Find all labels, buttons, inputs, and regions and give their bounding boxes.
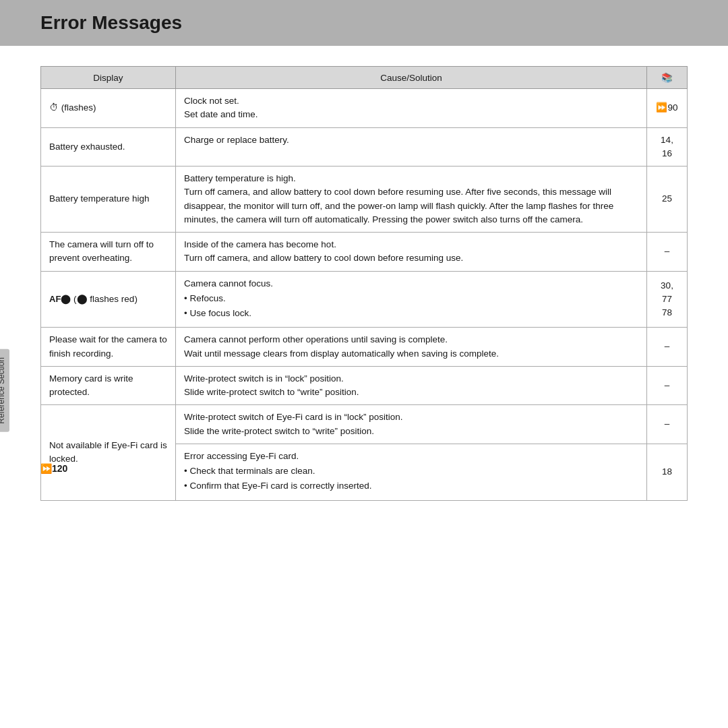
page-header: Error Messages xyxy=(0,0,728,46)
cause-solution-cell: Camera cannot perform other operations u… xyxy=(176,328,647,367)
page-footer: ⏩120 xyxy=(40,463,67,474)
cause-solution-cell: Charge or replace battery. xyxy=(176,127,647,166)
display-cell: Not available if Eye-Fi card is locked. xyxy=(41,405,176,500)
header-ref: 📚 xyxy=(647,67,688,89)
table-row: Battery exhausted. Charge or replace bat… xyxy=(41,127,688,166)
clock-flash-icon: ⏱ xyxy=(49,102,59,113)
ref-cell: 18 xyxy=(647,444,688,500)
af-symbol: AF⬤ xyxy=(49,294,71,304)
ref-symbol: ⏩90 xyxy=(656,102,677,113)
ref-cell: 25 xyxy=(647,166,688,233)
ref-cell: – xyxy=(647,405,688,444)
display-cell: Memory card is write protected. xyxy=(41,366,176,405)
bullet-list: Refocus. Use focus lock. xyxy=(184,292,638,321)
ref-cell: ⏩90 xyxy=(647,89,688,128)
list-item: Check that terminals are clean. xyxy=(184,464,638,478)
table-row: ⏱ (flashes) Clock not set.Set date and t… xyxy=(41,89,688,128)
cause-solution-cell: Error accessing Eye-Fi card. Check that … xyxy=(176,444,647,500)
display-cell: Battery exhausted. xyxy=(41,127,176,166)
page-title: Error Messages xyxy=(40,12,688,34)
ref-cell: – xyxy=(647,328,688,367)
book-icon: 📚 xyxy=(661,73,673,83)
ref-cell: – xyxy=(647,366,688,405)
bullet-list: Check that terminals are clean. Confirm … xyxy=(184,464,638,493)
cause-solution-cell: Write-protect switch is in “lock” positi… xyxy=(176,366,647,405)
error-messages-table: Display Cause/Solution 📚 ⏱ (flashes) Clo… xyxy=(40,66,688,501)
list-item: Confirm that Eye-Fi card is correctly in… xyxy=(184,479,638,493)
table-row: Memory card is write protected. Write-pr… xyxy=(41,366,688,405)
table-row: Battery temperature high Battery tempera… xyxy=(41,166,688,233)
display-cell: Please wait for the camera to finish rec… xyxy=(41,328,176,367)
ref-cell: 14, 16 xyxy=(647,127,688,166)
cause-solution-cell: Inside of the camera has become hot. Tur… xyxy=(176,233,647,272)
cause-solution-cell: Battery temperature is high. Turn off ca… xyxy=(176,166,647,233)
display-cell: Battery temperature high xyxy=(41,166,176,233)
footer-page-ref: ⏩120 xyxy=(40,463,67,474)
display-cell: The camera will turn off to prevent over… xyxy=(41,233,176,272)
cause-solution-cell: Camera cannot focus. Refocus. Use focus … xyxy=(176,271,647,328)
table-row: The camera will turn off to prevent over… xyxy=(41,233,688,272)
header-display: Display xyxy=(41,67,176,89)
cause-solution-cell: Clock not set.Set date and time. xyxy=(176,89,647,128)
table-row: AF⬤ (⬤ flashes red) Camera cannot focus.… xyxy=(41,271,688,328)
sidebar-label: Reference Section xyxy=(0,349,9,432)
display-cell: ⏱ (flashes) xyxy=(41,89,176,128)
ref-cell: 30, 7778 xyxy=(647,271,688,328)
cause-solution-cell: Write-protect switch of Eye-Fi card is i… xyxy=(176,405,647,444)
list-item: Refocus. xyxy=(184,292,638,305)
list-item: Use focus lock. xyxy=(184,307,638,320)
display-cell: AF⬤ (⬤ flashes red) xyxy=(41,271,176,328)
main-content: Reference Section Display Cause/Solution… xyxy=(0,66,728,501)
ref-cell: – xyxy=(647,233,688,272)
header-cause-solution: Cause/Solution xyxy=(176,67,647,89)
table-row: Not available if Eye-Fi card is locked. … xyxy=(41,405,688,444)
table-row: Please wait for the camera to finish rec… xyxy=(41,328,688,367)
